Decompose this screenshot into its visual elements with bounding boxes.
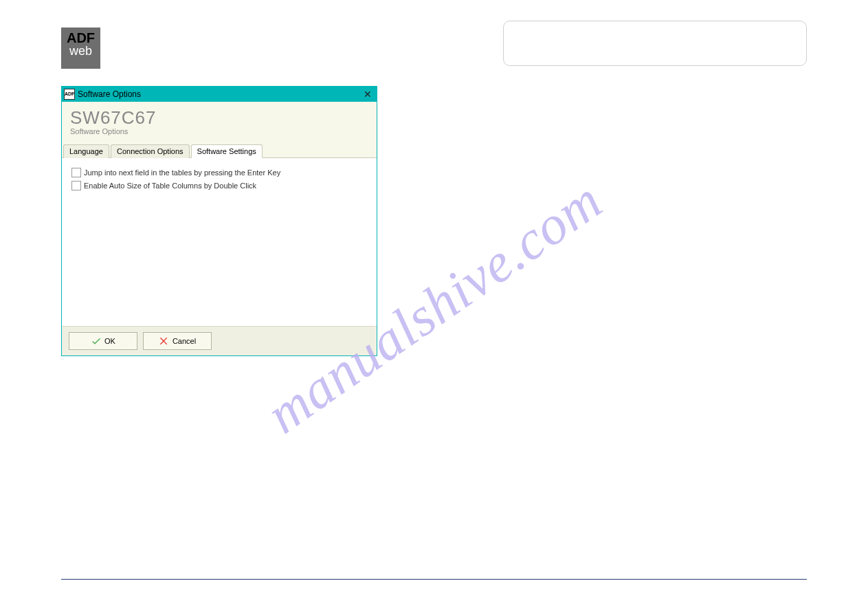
cross-icon bbox=[159, 336, 170, 347]
tab-language[interactable]: Language bbox=[63, 144, 109, 158]
option-auto-size-columns[interactable]: Enable Auto Size of Table Columns by Dou… bbox=[71, 181, 367, 190]
header-info-box bbox=[503, 21, 807, 66]
button-bar: OK Cancel bbox=[62, 326, 377, 355]
tab-content: Jump into next field in the tables by pr… bbox=[62, 158, 377, 326]
tab-bar: Language Connection Options Software Set… bbox=[62, 144, 377, 158]
tab-software-settings[interactable]: Software Settings bbox=[191, 144, 263, 158]
ok-label: OK bbox=[104, 337, 115, 345]
software-options-dialog: ADF Software Options ✕ SW67C67 Software … bbox=[61, 86, 377, 356]
checkbox-label: Enable Auto Size of Table Columns by Dou… bbox=[84, 182, 256, 190]
logo-line1: ADF bbox=[67, 31, 95, 45]
dialog-title: SW67C67 bbox=[70, 107, 368, 129]
cancel-button[interactable]: Cancel bbox=[143, 332, 212, 350]
dialog-header: SW67C67 Software Options bbox=[62, 102, 377, 137]
dialog-titlebar[interactable]: ADF Software Options ✕ bbox=[62, 87, 377, 102]
dialog-subtitle: Software Options bbox=[70, 127, 368, 135]
cancel-label: Cancel bbox=[173, 337, 196, 345]
page-container: ADF web ADF Software Options ✕ SW67C67 S… bbox=[61, 0, 807, 614]
logo-line2: web bbox=[69, 45, 92, 57]
ok-button[interactable]: OK bbox=[69, 332, 137, 350]
checkbox-icon[interactable] bbox=[71, 168, 81, 177]
check-icon bbox=[91, 336, 102, 347]
tab-connection-options[interactable]: Connection Options bbox=[111, 144, 190, 158]
logo: ADF web bbox=[61, 28, 100, 69]
app-icon: ADF bbox=[64, 89, 75, 100]
checkbox-label: Jump into next field in the tables by pr… bbox=[84, 168, 280, 177]
checkbox-icon[interactable] bbox=[71, 181, 81, 190]
footer-divider bbox=[61, 579, 807, 580]
window-title: Software Options bbox=[78, 89, 141, 99]
close-icon[interactable]: ✕ bbox=[361, 88, 374, 100]
option-jump-next-field[interactable]: Jump into next field in the tables by pr… bbox=[71, 168, 367, 177]
